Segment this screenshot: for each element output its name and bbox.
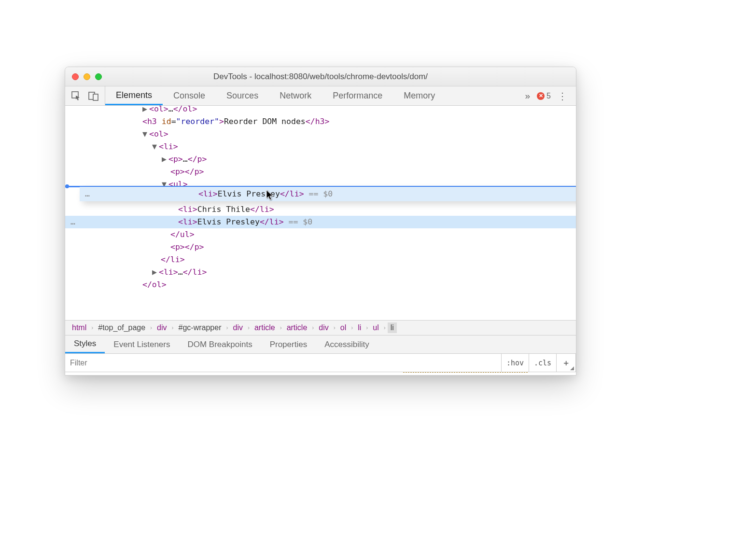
chevron-right-icon: ›: [91, 324, 93, 331]
subtab-properties[interactable]: Properties: [261, 335, 316, 353]
subtab-event-listeners[interactable]: Event Listeners: [105, 335, 179, 353]
hov-toggle-button[interactable]: :hov: [502, 354, 529, 372]
styles-filter-input[interactable]: [65, 354, 502, 372]
chevron-right-icon: ›: [150, 324, 152, 331]
chevron-right-icon: ›: [334, 324, 336, 331]
toolbar-left: [65, 86, 105, 105]
drag-ghost-row[interactable]: … <li>Elvis Presley</li> == $0: [80, 187, 576, 201]
minimize-icon[interactable]: [84, 73, 90, 80]
subtab-dom-breakpoints[interactable]: DOM Breakpoints: [179, 335, 261, 353]
breadcrumb-item[interactable]: ul: [370, 322, 381, 333]
breadcrumb-item[interactable]: ol: [337, 322, 349, 333]
close-icon[interactable]: [72, 73, 79, 80]
dom-node[interactable]: <p></p>: [65, 241, 576, 253]
breadcrumb-item[interactable]: #top_of_page: [95, 322, 148, 333]
subtab-styles[interactable]: Styles: [65, 335, 105, 353]
styles-subtabs: StylesEvent ListenersDOM BreakpointsProp…: [65, 335, 576, 354]
toolbar-right: ✕ 5 ⋮: [530, 90, 576, 102]
dom-node[interactable]: </li>: [65, 253, 576, 266]
chevron-down-icon[interactable]: ▼: [152, 140, 159, 153]
kebab-menu-icon[interactable]: ⋮: [556, 90, 569, 102]
chevron-right-icon[interactable]: ▶: [142, 106, 149, 115]
tab-console[interactable]: Console: [163, 86, 216, 105]
dom-node[interactable]: ▶<li>…</li>: [65, 266, 576, 279]
breadcrumb-item[interactable]: div: [154, 322, 169, 333]
breadcrumb-bar[interactable]: html›#top_of_page›div›#gc-wrapper›div›ar…: [65, 320, 576, 335]
gutter-dots-icon[interactable]: …: [65, 216, 81, 228]
chevron-right-icon: ›: [248, 324, 250, 331]
tab-elements[interactable]: Elements: [105, 86, 163, 105]
maximize-icon[interactable]: [95, 73, 102, 80]
breadcrumb-item[interactable]: #gc-wrapper: [176, 322, 224, 333]
chevron-right-icon: ›: [351, 324, 353, 331]
breadcrumb-item[interactable]: li: [355, 322, 364, 333]
dom-node[interactable]: <li>Chris Thile</li>: [65, 203, 576, 216]
tab-performance[interactable]: Performance: [322, 86, 393, 105]
error-icon: ✕: [537, 92, 545, 100]
devtools-window: DevTools - localhost:8080/web/tools/chro…: [65, 67, 576, 376]
window-title: DevTools - localhost:8080/web/tools/chro…: [65, 72, 576, 82]
chevron-right-icon: ›: [312, 324, 314, 331]
breadcrumb-item[interactable]: html: [69, 322, 89, 333]
titlebar[interactable]: DevTools - localhost:8080/web/tools/chro…: [65, 67, 576, 86]
styles-toolbar: :hov .cls +: [65, 354, 576, 372]
dom-node[interactable]: ▶<p>…</p>: [65, 153, 576, 166]
dom-node[interactable]: ▼<ol>: [65, 128, 576, 140]
device-toggle-icon[interactable]: [88, 91, 99, 101]
chevron-right-icon: ›: [280, 324, 282, 331]
cls-toggle-button[interactable]: .cls: [529, 354, 557, 372]
dom-node[interactable]: </ul>: [65, 228, 576, 241]
dom-node[interactable]: ▼<li>: [65, 140, 576, 153]
svg-rect-2: [93, 94, 98, 100]
breadcrumb-item[interactable]: article: [284, 322, 310, 333]
chevron-right-icon: ›: [384, 324, 386, 331]
overflow-icon[interactable]: »: [525, 91, 531, 101]
subtab-accessibility[interactable]: Accessibility: [316, 335, 378, 353]
chevron-right-icon[interactable]: ▶: [162, 153, 168, 166]
dom-node[interactable]: </ol>: [65, 279, 576, 291]
breadcrumb-item[interactable]: div: [316, 322, 331, 333]
chevron-right-icon: ›: [172, 324, 174, 331]
chevron-right-icon[interactable]: ▶: [152, 266, 159, 279]
panel-tabs: ElementsConsoleSourcesNetworkPerformance…: [105, 86, 525, 105]
dom-node[interactable]: <p></p>: [65, 166, 576, 178]
error-count: 5: [546, 92, 551, 100]
new-style-rule-button[interactable]: +: [557, 354, 576, 372]
dom-node-selected[interactable]: …<li>Elvis Presley</li> == $0: [65, 216, 576, 228]
tab-memory[interactable]: Memory: [393, 86, 446, 105]
dom-node[interactable]: ▶<ol>…</ol>: [65, 106, 576, 115]
chevron-down-icon[interactable]: ▼: [142, 128, 149, 140]
breadcrumb-item[interactable]: div: [230, 322, 246, 333]
tab-network[interactable]: Network: [269, 86, 322, 105]
box-model-peek: [403, 372, 528, 374]
window-controls: [65, 73, 102, 80]
error-badge[interactable]: ✕ 5: [537, 92, 551, 100]
chevron-right-icon: ›: [366, 324, 368, 331]
tab-sources[interactable]: Sources: [216, 86, 269, 105]
breadcrumb-item[interactable]: li: [388, 322, 397, 333]
main-toolbar: ElementsConsoleSourcesNetworkPerformance…: [65, 86, 576, 106]
elements-panel[interactable]: … <li>Elvis Presley</li> == $0 ▶<ol>…</o…: [65, 106, 576, 320]
chevron-right-icon: ›: [226, 324, 228, 331]
breadcrumb-item[interactable]: article: [252, 322, 278, 333]
dom-node[interactable]: <h3 id="reorder">Reorder DOM nodes</h3>: [65, 115, 576, 128]
inspect-element-icon[interactable]: [71, 91, 82, 101]
styles-toolbar-buttons: :hov .cls +: [502, 354, 576, 372]
gutter-dots-icon[interactable]: …: [80, 188, 95, 200]
